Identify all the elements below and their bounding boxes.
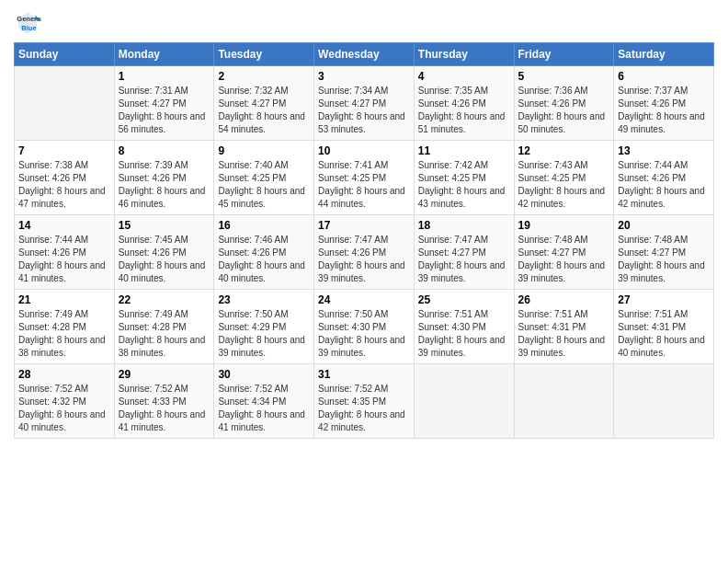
calendar-cell: 1 Sunrise: 7:31 AMSunset: 4:27 PMDayligh…	[114, 66, 214, 141]
day-number: 19	[518, 219, 610, 232]
day-number: 31	[318, 368, 410, 381]
calendar-cell: 6 Sunrise: 7:37 AMSunset: 4:26 PMDayligh…	[614, 66, 714, 141]
calendar-cell: 21 Sunrise: 7:49 AMSunset: 4:28 PMDaylig…	[15, 290, 115, 364]
weekday-header-tuesday: Tuesday	[214, 43, 314, 66]
day-number: 15	[119, 219, 210, 232]
day-info: Sunrise: 7:45 AMSunset: 4:26 PMDaylight:…	[119, 235, 206, 283]
day-number: 8	[119, 144, 210, 157]
week-row-4: 28 Sunrise: 7:52 AMSunset: 4:32 PMDaylig…	[15, 364, 714, 439]
day-number: 10	[318, 144, 410, 157]
day-info: Sunrise: 7:32 AMSunset: 4:27 PMDaylight:…	[218, 86, 305, 134]
day-info: Sunrise: 7:52 AMSunset: 4:32 PMDaylight:…	[18, 384, 106, 432]
day-number: 1	[119, 70, 210, 83]
calendar-cell: 9 Sunrise: 7:40 AMSunset: 4:25 PMDayligh…	[214, 141, 314, 215]
calendar-cell: 19 Sunrise: 7:48 AMSunset: 4:27 PMDaylig…	[514, 215, 614, 290]
weekday-header-thursday: Thursday	[414, 43, 514, 66]
calendar-cell: 13 Sunrise: 7:44 AMSunset: 4:26 PMDaylig…	[614, 141, 714, 215]
week-row-0: 1 Sunrise: 7:31 AMSunset: 4:27 PMDayligh…	[15, 66, 714, 141]
day-info: Sunrise: 7:40 AMSunset: 4:25 PMDaylight:…	[218, 160, 305, 209]
day-number: 13	[618, 144, 710, 157]
week-row-3: 21 Sunrise: 7:49 AMSunset: 4:28 PMDaylig…	[15, 290, 714, 364]
header-row: SundayMondayTuesdayWednesdayThursdayFrid…	[15, 43, 714, 66]
day-info: Sunrise: 7:46 AMSunset: 4:26 PMDaylight:…	[218, 235, 305, 283]
calendar-cell: 4 Sunrise: 7:35 AMSunset: 4:26 PMDayligh…	[414, 66, 514, 141]
day-info: Sunrise: 7:52 AMSunset: 4:34 PMDaylight:…	[218, 384, 305, 432]
day-info: Sunrise: 7:47 AMSunset: 4:27 PMDaylight:…	[418, 235, 506, 283]
day-info: Sunrise: 7:42 AMSunset: 4:25 PMDaylight:…	[418, 160, 506, 209]
day-info: Sunrise: 7:49 AMSunset: 4:28 PMDaylight:…	[119, 309, 206, 358]
calendar-cell: 3 Sunrise: 7:34 AMSunset: 4:27 PMDayligh…	[314, 66, 415, 141]
day-info: Sunrise: 7:36 AMSunset: 4:26 PMDaylight:…	[518, 86, 606, 134]
day-info: Sunrise: 7:48 AMSunset: 4:27 PMDaylight:…	[618, 235, 705, 283]
day-number: 14	[18, 219, 110, 232]
calendar-cell: 27 Sunrise: 7:51 AMSunset: 4:31 PMDaylig…	[614, 290, 714, 364]
day-info: Sunrise: 7:41 AMSunset: 4:25 PMDaylight:…	[318, 160, 405, 209]
day-number: 5	[518, 70, 610, 83]
calendar-cell: 30 Sunrise: 7:52 AMSunset: 4:34 PMDaylig…	[214, 364, 314, 439]
day-number: 28	[18, 368, 110, 381]
calendar-cell: 22 Sunrise: 7:49 AMSunset: 4:28 PMDaylig…	[114, 290, 214, 364]
day-info: Sunrise: 7:50 AMSunset: 4:29 PMDaylight:…	[218, 309, 305, 358]
day-number: 30	[218, 368, 310, 381]
calendar-table: SundayMondayTuesdayWednesdayThursdayFrid…	[14, 42, 714, 439]
day-number: 6	[618, 70, 710, 83]
day-number: 9	[218, 144, 310, 157]
calendar-cell	[414, 364, 514, 439]
day-info: Sunrise: 7:39 AMSunset: 4:26 PMDaylight:…	[119, 160, 206, 209]
day-info: Sunrise: 7:43 AMSunset: 4:25 PMDaylight:…	[518, 160, 606, 209]
day-number: 22	[119, 293, 210, 306]
weekday-header-friday: Friday	[514, 43, 614, 66]
calendar-cell: 12 Sunrise: 7:43 AMSunset: 4:25 PMDaylig…	[514, 141, 614, 215]
day-number: 29	[119, 368, 210, 381]
day-info: Sunrise: 7:44 AMSunset: 4:26 PMDaylight:…	[18, 235, 106, 283]
day-number: 21	[18, 293, 110, 306]
calendar-cell: 25 Sunrise: 7:51 AMSunset: 4:30 PMDaylig…	[414, 290, 514, 364]
day-info: Sunrise: 7:51 AMSunset: 4:31 PMDaylight:…	[518, 309, 606, 358]
day-info: Sunrise: 7:35 AMSunset: 4:26 PMDaylight:…	[418, 86, 506, 134]
calendar-cell: 16 Sunrise: 7:46 AMSunset: 4:26 PMDaylig…	[214, 215, 314, 290]
calendar-cell: 20 Sunrise: 7:48 AMSunset: 4:27 PMDaylig…	[614, 215, 714, 290]
day-number: 12	[518, 144, 610, 157]
day-info: Sunrise: 7:52 AMSunset: 4:33 PMDaylight:…	[119, 384, 206, 432]
calendar-cell	[614, 364, 714, 439]
day-info: Sunrise: 7:38 AMSunset: 4:26 PMDaylight:…	[18, 160, 106, 209]
calendar-cell: 10 Sunrise: 7:41 AMSunset: 4:25 PMDaylig…	[314, 141, 415, 215]
day-number: 25	[418, 293, 510, 306]
day-info: Sunrise: 7:52 AMSunset: 4:35 PMDaylight:…	[318, 384, 405, 432]
day-info: Sunrise: 7:34 AMSunset: 4:27 PMDaylight:…	[318, 86, 405, 134]
day-info: Sunrise: 7:31 AMSunset: 4:27 PMDaylight:…	[119, 86, 206, 134]
day-info: Sunrise: 7:44 AMSunset: 4:26 PMDaylight:…	[618, 160, 705, 209]
day-number: 17	[318, 219, 410, 232]
calendar-cell: 18 Sunrise: 7:47 AMSunset: 4:27 PMDaylig…	[414, 215, 514, 290]
logo: General Blue	[14, 9, 41, 37]
day-number: 16	[218, 219, 310, 232]
day-info: Sunrise: 7:48 AMSunset: 4:27 PMDaylight:…	[518, 235, 606, 283]
day-info: Sunrise: 7:49 AMSunset: 4:28 PMDaylight:…	[18, 309, 106, 358]
day-number: 27	[618, 293, 710, 306]
page-container: General Blue SundayMondayTuesdayWednesda…	[0, 0, 728, 448]
day-number: 18	[418, 219, 510, 232]
calendar-cell: 31 Sunrise: 7:52 AMSunset: 4:35 PMDaylig…	[314, 364, 415, 439]
day-number: 3	[318, 70, 410, 83]
calendar-cell: 15 Sunrise: 7:45 AMSunset: 4:26 PMDaylig…	[114, 215, 214, 290]
day-info: Sunrise: 7:51 AMSunset: 4:30 PMDaylight:…	[418, 309, 506, 358]
calendar-cell: 7 Sunrise: 7:38 AMSunset: 4:26 PMDayligh…	[15, 141, 115, 215]
calendar-cell: 24 Sunrise: 7:50 AMSunset: 4:30 PMDaylig…	[314, 290, 415, 364]
day-info: Sunrise: 7:50 AMSunset: 4:30 PMDaylight:…	[318, 309, 405, 358]
calendar-cell: 2 Sunrise: 7:32 AMSunset: 4:27 PMDayligh…	[214, 66, 314, 141]
day-number: 20	[618, 219, 710, 232]
weekday-header-sunday: Sunday	[15, 43, 115, 66]
calendar-cell: 28 Sunrise: 7:52 AMSunset: 4:32 PMDaylig…	[15, 364, 115, 439]
day-info: Sunrise: 7:51 AMSunset: 4:31 PMDaylight:…	[618, 309, 705, 358]
weekday-header-saturday: Saturday	[614, 43, 714, 66]
calendar-cell	[15, 66, 115, 141]
calendar-cell: 14 Sunrise: 7:44 AMSunset: 4:26 PMDaylig…	[15, 215, 115, 290]
day-number: 24	[318, 293, 410, 306]
day-number: 11	[418, 144, 510, 157]
day-number: 23	[218, 293, 310, 306]
calendar-cell: 5 Sunrise: 7:36 AMSunset: 4:26 PMDayligh…	[514, 66, 614, 141]
weekday-header-wednesday: Wednesday	[314, 43, 415, 66]
svg-text:Blue: Blue	[21, 24, 36, 32]
day-info: Sunrise: 7:37 AMSunset: 4:26 PMDaylight:…	[618, 86, 705, 134]
week-row-2: 14 Sunrise: 7:44 AMSunset: 4:26 PMDaylig…	[15, 215, 714, 290]
